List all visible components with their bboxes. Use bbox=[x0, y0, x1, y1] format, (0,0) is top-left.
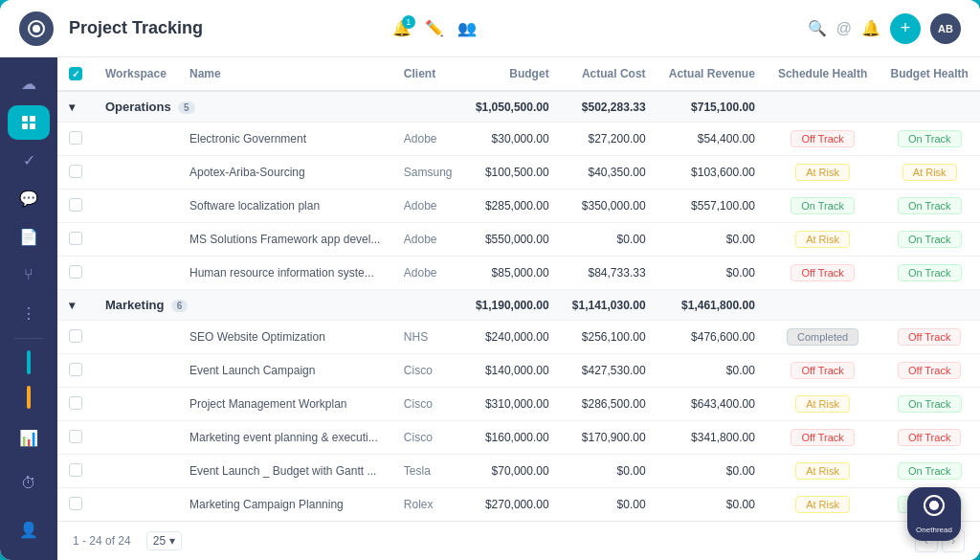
row-checkbox-cell[interactable] bbox=[57, 455, 94, 488]
sidebar-item-git[interactable]: ⑂ bbox=[8, 258, 50, 292]
group-sched-cell bbox=[767, 91, 880, 123]
row-checkbox-cell[interactable] bbox=[57, 156, 94, 190]
schedule-health-badge: Off Track bbox=[791, 362, 854, 379]
group-actual-revenue-cell: $1,461,800.00 bbox=[657, 290, 767, 321]
table-row: Marketing Campaign Planning Rolex $270,0… bbox=[57, 488, 980, 522]
row-checkbox-cell[interactable] bbox=[57, 488, 94, 522]
svg-point-7 bbox=[929, 501, 939, 510]
row-actual-cost-cell: $40,350.00 bbox=[561, 156, 657, 190]
svg-rect-5 bbox=[30, 123, 35, 129]
color-strip-teal bbox=[27, 350, 31, 373]
row-checkbox[interactable] bbox=[69, 329, 82, 343]
table-row: Project Management Workplan Cisco $310,0… bbox=[57, 388, 980, 421]
svg-rect-4 bbox=[22, 123, 28, 129]
onethread-icon bbox=[923, 494, 946, 522]
row-checkbox-cell[interactable] bbox=[57, 354, 94, 388]
edit-icon[interactable]: ✏️ bbox=[425, 19, 444, 37]
group-name-cell: Marketing 6 bbox=[94, 290, 392, 321]
add-button[interactable]: + bbox=[890, 13, 921, 44]
row-budget-health-cell: On Track bbox=[879, 257, 980, 290]
row-name-cell: Apotex-Ariba-Sourcing bbox=[178, 156, 392, 190]
row-actual-revenue-cell: $557,100.00 bbox=[657, 190, 767, 223]
schedule-health-badge: Off Track bbox=[791, 429, 854, 446]
row-checkbox-cell[interactable] bbox=[57, 123, 94, 156]
col-header-budget: Budget bbox=[464, 57, 561, 91]
row-checkbox[interactable] bbox=[69, 463, 82, 477]
filter-icon[interactable]: 🔔 1 bbox=[392, 19, 412, 37]
table-row: SEO Website Optimization NHS $240,000.00… bbox=[57, 321, 980, 354]
row-client-cell: Adobe bbox=[392, 223, 464, 257]
sidebar-item-time[interactable]: ⏱ bbox=[8, 462, 50, 504]
share-icon[interactable]: 👥 bbox=[457, 19, 477, 37]
group-client-cell bbox=[392, 290, 464, 321]
row-checkbox[interactable] bbox=[69, 198, 82, 212]
table-row: Software localization plan Adobe $285,00… bbox=[57, 190, 980, 223]
row-checkbox[interactable] bbox=[69, 430, 82, 443]
row-name-cell: Event Launch _ Budget with Gantt ... bbox=[178, 455, 392, 488]
row-checkbox[interactable] bbox=[69, 131, 82, 145]
row-checkbox[interactable] bbox=[69, 165, 82, 178]
sidebar-item-more[interactable]: ⋮ bbox=[8, 296, 50, 330]
bell-icon[interactable]: 🔔 bbox=[861, 19, 880, 37]
row-workspace-cell bbox=[94, 354, 178, 388]
row-actual-revenue-cell: $54,400.00 bbox=[657, 123, 767, 156]
row-checkbox[interactable] bbox=[69, 497, 82, 510]
row-checkbox[interactable] bbox=[69, 232, 82, 245]
table-row: Human resource information syste... Adob… bbox=[57, 257, 980, 290]
col-header-schedule-health: Schedule Health bbox=[767, 57, 880, 91]
schedule-health-badge: At Risk bbox=[795, 395, 850, 413]
group-client-cell bbox=[392, 91, 464, 123]
sidebar-item-projects[interactable] bbox=[8, 105, 50, 140]
group-expand-cell[interactable]: ▾ bbox=[57, 91, 94, 123]
col-header-name: Name bbox=[178, 57, 392, 91]
row-actual-cost-cell: $0.00 bbox=[561, 455, 657, 488]
row-client-cell: Cisco bbox=[392, 421, 464, 455]
row-budget-health-cell: On Track bbox=[879, 223, 980, 257]
sidebar-item-tasks[interactable]: ✓ bbox=[8, 144, 50, 178]
at-icon[interactable]: @ bbox=[836, 20, 852, 37]
svg-point-1 bbox=[33, 25, 40, 33]
row-checkbox-cell[interactable] bbox=[57, 223, 94, 257]
budget-health-badge: On Track bbox=[898, 130, 962, 147]
per-page-select[interactable]: 25 ▾ bbox=[146, 531, 182, 550]
row-checkbox-cell[interactable] bbox=[57, 257, 94, 290]
sidebar-item-cloud[interactable]: ☁ bbox=[8, 67, 50, 101]
col-header-checkbox[interactable]: ✓ bbox=[57, 57, 94, 91]
row-budget-health-cell: At Risk bbox=[879, 156, 980, 190]
row-checkbox[interactable] bbox=[69, 363, 82, 376]
sidebar-item-messages[interactable]: 💬 bbox=[8, 182, 50, 216]
svg-rect-3 bbox=[30, 116, 35, 122]
group-actual-cost-cell: $1,141,030.00 bbox=[561, 290, 657, 321]
row-actual-cost-cell: $256,100.00 bbox=[561, 321, 657, 354]
row-checkbox[interactable] bbox=[69, 265, 82, 279]
schedule-health-badge: At Risk bbox=[795, 496, 850, 513]
notification-badge: 1 bbox=[402, 15, 415, 29]
row-checkbox-cell[interactable] bbox=[57, 388, 94, 421]
onethread-badge[interactable]: Onethread bbox=[907, 487, 961, 541]
table-row: Marketing event planning & executi... Ci… bbox=[57, 421, 980, 455]
row-budget-cell: $270,000.00 bbox=[464, 488, 561, 522]
sidebar-item-docs[interactable]: 📄 bbox=[8, 220, 50, 255]
group-actual-cost-cell: $502,283.33 bbox=[561, 91, 657, 123]
row-budget-cell: $100,500.00 bbox=[464, 156, 561, 190]
budget-health-badge: Off Track bbox=[898, 328, 961, 346]
row-checkbox-cell[interactable] bbox=[57, 321, 94, 354]
group-expand-cell[interactable]: ▾ bbox=[57, 290, 94, 321]
row-name-cell: SEO Website Optimization bbox=[178, 321, 392, 354]
row-budget-health-cell: On Track bbox=[879, 123, 980, 156]
svg-rect-2 bbox=[22, 116, 28, 122]
user-avatar[interactable]: AB bbox=[930, 13, 961, 44]
row-checkbox-cell[interactable] bbox=[57, 190, 94, 223]
row-actual-revenue-cell: $103,600.00 bbox=[657, 156, 767, 190]
sidebar-item-analytics[interactable]: 📊 bbox=[8, 416, 50, 459]
row-budget-cell: $285,000.00 bbox=[464, 190, 561, 223]
search-icon[interactable]: 🔍 bbox=[808, 19, 827, 37]
table-row: Event Launch Campaign Cisco $140,000.00 … bbox=[57, 354, 980, 388]
row-checkbox-cell[interactable] bbox=[57, 421, 94, 455]
row-name-cell: Marketing Campaign Planning bbox=[178, 488, 392, 522]
row-checkbox[interactable] bbox=[69, 396, 82, 410]
sidebar-item-users[interactable]: 👤 bbox=[8, 508, 50, 550]
schedule-health-badge: At Risk bbox=[795, 231, 850, 248]
app-header: Project Tracking 🔔 1 ✏️ 👥 🔍 @ 🔔 + AB bbox=[0, 0, 980, 57]
group-name-cell: Operations 5 bbox=[94, 91, 392, 123]
